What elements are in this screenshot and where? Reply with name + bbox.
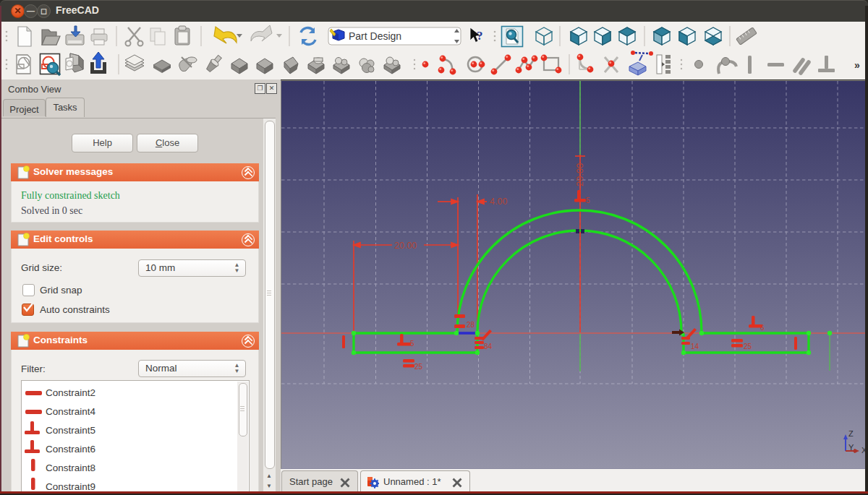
svg-text:»: » xyxy=(854,59,860,71)
svg-text:28: 28 xyxy=(467,321,475,329)
svg-text:5: 5 xyxy=(586,197,590,205)
svg-text:25: 25 xyxy=(744,343,752,350)
svg-text:Part Design: Part Design xyxy=(349,30,401,42)
svg-text:4.00: 4.00 xyxy=(490,197,507,207)
svg-text:Y: Y xyxy=(848,443,854,452)
svg-text:14: 14 xyxy=(691,343,699,350)
svg-text:Z: Z xyxy=(848,429,854,438)
svg-text:6: 6 xyxy=(760,324,765,332)
svg-text:25: 25 xyxy=(414,363,423,371)
svg-text:?: ? xyxy=(477,29,483,43)
svg-text:84: 84 xyxy=(484,343,493,350)
svg-text:20.00: 20.00 xyxy=(574,163,585,186)
svg-text:20.00: 20.00 xyxy=(394,241,417,251)
svg-text:5: 5 xyxy=(410,340,414,348)
